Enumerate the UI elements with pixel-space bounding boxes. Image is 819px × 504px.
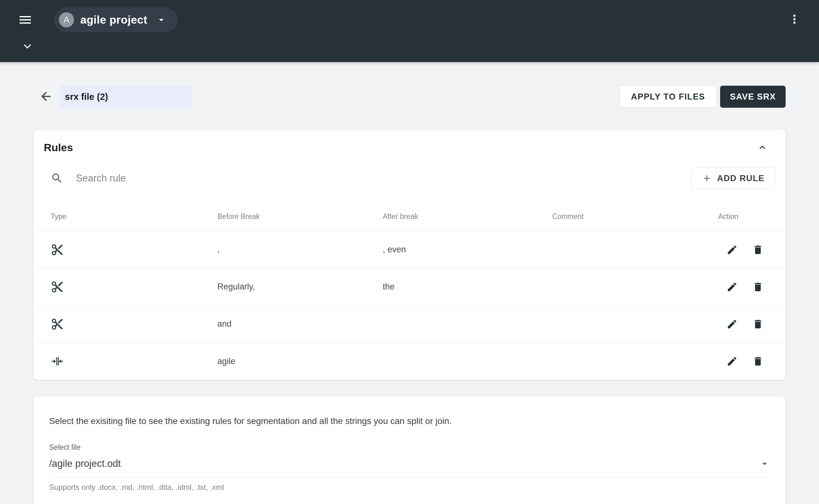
table-row: , , even — [33, 231, 786, 268]
file-card: Select the exisiting file to see the exi… — [33, 397, 786, 504]
more-vert-icon — [787, 12, 803, 26]
rules-table-header: Type Before Break After break Comment Ac… — [33, 189, 786, 231]
rule-type-cell — [51, 243, 217, 256]
dropdown-arrow-icon — [759, 458, 770, 469]
rule-type-cell — [51, 355, 217, 368]
header-expand-button[interactable] — [20, 39, 35, 54]
column-header-before-break: Before Break — [217, 212, 383, 221]
toolbar-actions: APPLY TO FILES SAVE SRX — [619, 86, 786, 108]
page-title: srx file (2) — [65, 92, 108, 102]
edit-rule-button[interactable] — [726, 318, 738, 330]
save-srx-button[interactable]: SAVE SRX — [720, 86, 786, 108]
before-break-cell: agile — [217, 357, 383, 366]
rules-search-row: ADD RULE — [33, 168, 786, 189]
chevron-down-icon — [156, 14, 167, 26]
action-cell — [718, 244, 767, 255]
expand-more-icon — [20, 39, 35, 54]
back-button[interactable] — [39, 89, 54, 104]
action-cell — [718, 281, 767, 293]
arrow-back-icon — [39, 89, 54, 103]
page-toolbar: srx file (2) APPLY TO FILES SAVE SRX — [33, 85, 786, 108]
more-options-button[interactable] — [787, 12, 803, 27]
pencil-icon — [726, 281, 738, 293]
scissors-split-icon — [51, 318, 217, 331]
action-cell — [718, 356, 767, 367]
column-header-after-break: After break — [383, 212, 552, 221]
project-name: agile project — [80, 14, 147, 26]
before-break-cell: , — [217, 245, 383, 255]
before-break-cell: and — [217, 319, 383, 329]
app-header: A agile project — [0, 0, 819, 62]
chevron-up-icon — [757, 142, 768, 153]
delete-rule-button[interactable] — [752, 281, 764, 293]
rule-type-cell — [51, 280, 217, 294]
project-switcher[interactable]: A agile project — [54, 7, 178, 32]
rules-title: Rules — [44, 141, 73, 154]
file-formats-helper: Supports only .docx, .md, .html, .dita, … — [49, 483, 770, 492]
pencil-icon — [726, 318, 738, 330]
menu-button[interactable] — [17, 12, 33, 28]
action-cell — [718, 318, 767, 330]
select-file-field: Select file /agile project.odt Supports … — [49, 443, 770, 492]
join-merge-icon — [51, 355, 217, 368]
file-card-description: Select the exisiting file to see the exi… — [49, 416, 770, 426]
file-select-dropdown[interactable]: /agile project.odt — [49, 458, 770, 477]
delete-rule-button[interactable] — [752, 318, 764, 330]
project-avatar: A — [59, 12, 74, 27]
scissors-split-icon — [51, 243, 217, 256]
add-rule-label: ADD RULE — [717, 174, 765, 183]
column-header-action: Action — [718, 212, 767, 221]
before-break-cell: Regularly, — [217, 282, 383, 292]
scissors-split-icon — [51, 280, 217, 294]
plus-icon — [702, 173, 712, 183]
pencil-icon — [726, 356, 738, 367]
after-break-cell: the — [383, 282, 552, 292]
add-rule-button[interactable]: ADD RULE — [691, 168, 775, 189]
delete-rule-button[interactable] — [752, 356, 764, 367]
rules-table-body: , , even Regularly, the — [33, 231, 786, 380]
delete-rule-button[interactable] — [752, 244, 764, 255]
rules-card: Rules ADD RULE Type Before Break Aft — [33, 130, 786, 380]
trash-icon — [752, 356, 764, 367]
search-rule-input[interactable] — [76, 173, 691, 184]
trash-icon — [752, 318, 764, 330]
table-row: Regularly, the — [33, 268, 786, 306]
main-content: srx file (2) APPLY TO FILES SAVE SRX Rul… — [0, 62, 819, 504]
trash-icon — [752, 244, 764, 255]
trash-icon — [752, 281, 764, 293]
selected-file-value: /agile project.odt — [49, 458, 121, 469]
edit-rule-button[interactable] — [726, 356, 738, 367]
column-header-comment: Comment — [552, 212, 718, 221]
hamburger-icon — [18, 12, 33, 27]
table-row: agile — [33, 343, 786, 380]
collapse-rules-button[interactable] — [757, 142, 768, 153]
srx-title-field[interactable]: srx file (2) — [60, 85, 192, 108]
column-header-type: Type — [51, 212, 217, 221]
table-row: and — [33, 306, 786, 343]
header-toolbar: A agile project — [0, 0, 819, 40]
search-icon — [51, 172, 63, 185]
rule-type-cell — [51, 318, 217, 331]
after-break-cell: , even — [383, 245, 552, 255]
edit-rule-button[interactable] — [726, 281, 738, 293]
select-file-label: Select file — [49, 443, 770, 452]
apply-to-files-button[interactable]: APPLY TO FILES — [619, 86, 717, 108]
rules-card-header: Rules — [33, 130, 786, 154]
pencil-icon — [726, 244, 738, 255]
edit-rule-button[interactable] — [726, 244, 738, 255]
